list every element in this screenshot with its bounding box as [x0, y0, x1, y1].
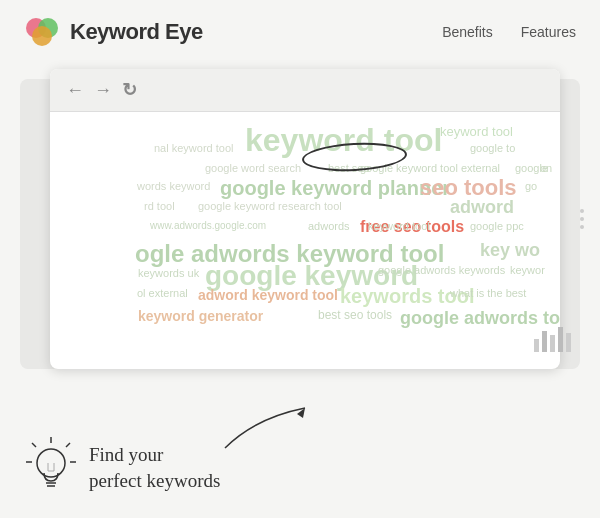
word-cloud-item[interactable]: adword — [450, 197, 514, 218]
svg-line-9 — [32, 443, 36, 447]
word-cloud-item[interactable]: adword keyword tool — [198, 287, 338, 303]
arrow-decoration — [215, 398, 335, 458]
svg-line-11 — [66, 443, 70, 447]
logo-area: Keyword Eye — [24, 14, 203, 50]
word-cloud-item[interactable]: keywor — [510, 264, 545, 276]
word-cloud-item[interactable]: google adwords keywords — [378, 264, 505, 276]
word-cloud-item[interactable]: google ppc — [470, 220, 524, 232]
word-cloud-item[interactable]: key wo — [480, 240, 540, 261]
nav-links: Benefits Features — [442, 24, 576, 40]
svg-rect-3 — [534, 339, 539, 352]
word-cloud: keyword toolkeyword toolnal keyword tool… — [50, 112, 560, 364]
forward-button[interactable]: → — [94, 80, 112, 101]
word-cloud-item[interactable]: keywords uk — [138, 267, 199, 279]
svg-rect-4 — [542, 331, 547, 352]
word-cloud-item[interactable]: on — [540, 162, 552, 174]
svg-rect-5 — [550, 335, 555, 352]
word-cloud-item[interactable]: go — [525, 180, 537, 192]
word-cloud-item[interactable]: google to — [470, 142, 515, 154]
word-cloud-item[interactable]: google word search — [205, 162, 301, 174]
svg-rect-6 — [558, 327, 563, 352]
word-cloud-item[interactable]: nal keyword tool — [154, 142, 234, 154]
back-button[interactable]: ← — [66, 80, 84, 101]
word-cloud-item[interactable]: words keyword — [137, 180, 210, 192]
refresh-button[interactable]: ↻ — [122, 79, 137, 101]
word-cloud-item[interactable]: keyword tool — [245, 122, 442, 159]
svg-rect-7 — [566, 333, 571, 352]
browser-front: ← → ↻ keyword toolkeyword toolnal keywor… — [50, 69, 560, 369]
bottom-area: Find your perfect keywords — [24, 435, 220, 500]
word-cloud-item[interactable]: what is the best — [450, 287, 526, 299]
word-cloud-item[interactable]: best seo tools — [318, 308, 392, 322]
word-cloud-item[interactable]: keyword tool — [440, 124, 513, 139]
mini-chart — [532, 319, 572, 354]
browser-toolbar: ← → ↻ — [50, 69, 560, 112]
logo-icon — [24, 14, 60, 50]
svg-point-2 — [32, 26, 52, 46]
logo-text: Keyword Eye — [70, 19, 203, 45]
word-cloud-item[interactable]: www.adwords.google.com — [150, 220, 266, 231]
word-cloud-item[interactable]: rd tool — [144, 200, 175, 212]
word-cloud-item[interactable]: adwords — [308, 220, 350, 232]
word-cloud-item[interactable]: google keyword planner — [220, 177, 450, 200]
word-cloud-item[interactable]: keyword generator — [138, 308, 263, 324]
nav-features[interactable]: Features — [521, 24, 576, 40]
word-cloud-item[interactable]: ol external — [137, 287, 188, 299]
word-cloud-item[interactable]: keyword tool — [368, 220, 430, 232]
main-content: ← → ↻ keyword toolkeyword toolnal keywor… — [0, 69, 600, 429]
lightbulb-icon — [24, 435, 79, 500]
svg-point-13 — [37, 449, 65, 477]
nav-benefits[interactable]: Benefits — [442, 24, 493, 40]
word-cloud-item[interactable]: google keyword tool external — [360, 162, 500, 174]
side-dots — [580, 209, 584, 229]
header: Keyword Eye Benefits Features — [0, 0, 600, 64]
find-text: Find your perfect keywords — [89, 442, 220, 493]
word-cloud-item[interactable]: google keyword research tool — [198, 200, 342, 212]
